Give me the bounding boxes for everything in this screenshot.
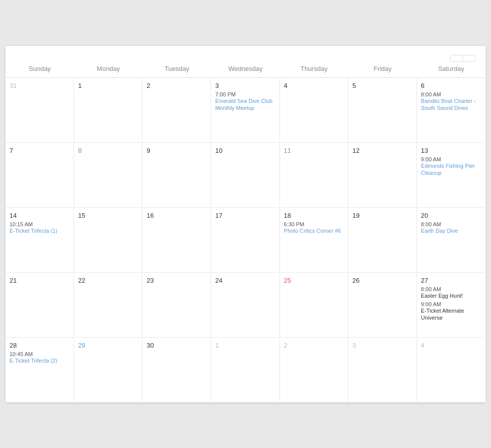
calendar-header bbox=[6, 46, 486, 60]
cell-date: 20 bbox=[421, 212, 482, 219]
event-title: Photo Critics Corner #6 bbox=[284, 227, 344, 234]
calendar-cell[interactable]: 2 bbox=[142, 78, 211, 143]
day-header-saturday: Saturday bbox=[417, 60, 486, 77]
event-time: 9:00 AM bbox=[421, 156, 482, 162]
cell-date: 28 bbox=[10, 342, 70, 349]
calendar-event[interactable]: 8:00 AMEarth Day Dive bbox=[421, 221, 482, 234]
cell-date: 14 bbox=[10, 212, 70, 219]
event-title: E-Ticket Trifecta (1) bbox=[10, 227, 70, 234]
calendar-cell[interactable]: 10 bbox=[211, 143, 280, 208]
calendar-cell[interactable]: 24 bbox=[211, 273, 280, 338]
calendar-cell[interactable]: 9 bbox=[142, 143, 211, 208]
calendar-cell[interactable]: 25 bbox=[280, 273, 348, 338]
calendar-event[interactable]: 10:15 AME-Ticket Trifecta (1) bbox=[10, 221, 70, 234]
calendar-cell[interactable]: 208:00 AMEarth Day Dive bbox=[417, 208, 486, 273]
cell-date: 12 bbox=[352, 147, 412, 154]
calendar-cell[interactable]: 29 bbox=[74, 338, 142, 403]
cell-date: 21 bbox=[10, 277, 70, 284]
event-time: 9:00 AM bbox=[421, 301, 482, 307]
next-month-button[interactable] bbox=[463, 55, 475, 61]
calendar-cell[interactable]: 30 bbox=[142, 338, 211, 403]
calendar-cell[interactable]: 15 bbox=[74, 208, 142, 273]
calendar-cell[interactable]: 5 bbox=[348, 78, 417, 143]
cell-date: 9 bbox=[146, 147, 206, 154]
cell-date: 17 bbox=[215, 212, 275, 219]
cell-date: 6 bbox=[421, 82, 482, 89]
cell-date: 22 bbox=[78, 277, 138, 284]
calendar-event[interactable]: 9:00 AMEdmonds Fishing Pier Cleanup bbox=[421, 156, 482, 177]
calendar-cell[interactable]: 22 bbox=[74, 273, 142, 338]
calendar-event[interactable]: 8:00 AMBandito Boat Charter - South Soun… bbox=[421, 91, 482, 112]
event-time: 8:00 AM bbox=[421, 221, 482, 227]
cell-date: 23 bbox=[146, 277, 206, 284]
event-title: Bandito Boat Charter - South Sound Dives bbox=[421, 97, 482, 112]
calendar-cell[interactable]: 31 bbox=[6, 78, 74, 143]
cell-date: 3 bbox=[352, 342, 412, 349]
day-header-tuesday: Tuesday bbox=[142, 60, 211, 77]
calendar-cell[interactable]: 1 bbox=[211, 338, 280, 403]
cell-date: 2 bbox=[146, 82, 206, 89]
calendar-event[interactable]: 8:00 AMEaster Egg Hunt! bbox=[421, 286, 482, 299]
event-time: 8:00 AM bbox=[421, 91, 482, 97]
calendar-container: SundayMondayTuesdayWednesdayThursdayFrid… bbox=[6, 46, 486, 403]
calendar-cell[interactable]: 37:00 PMEmerald Sea Dive Club Monthly Me… bbox=[211, 78, 280, 143]
event-title: E-Ticket Alternate Universe bbox=[421, 307, 482, 322]
calendar-event[interactable]: 7:00 PMEmerald Sea Dive Club Monthly Mee… bbox=[215, 91, 275, 112]
cell-date: 8 bbox=[78, 147, 138, 154]
calendar-cell[interactable]: 16 bbox=[142, 208, 211, 273]
calendar-cell[interactable]: 23 bbox=[142, 273, 211, 338]
calendar-cell[interactable]: 12 bbox=[348, 143, 417, 208]
calendar-cell[interactable]: 68:00 AMBandito Boat Charter - South Sou… bbox=[417, 78, 486, 143]
calendar-cell[interactable]: 21 bbox=[6, 273, 74, 338]
calendar-cell[interactable]: 3 bbox=[348, 338, 417, 403]
cell-date: 4 bbox=[421, 342, 482, 349]
calendar-cell[interactable]: 2810:45 AME-Ticket Trifecta (2) bbox=[6, 338, 74, 403]
cell-date: 16 bbox=[146, 212, 206, 219]
cell-date: 25 bbox=[284, 277, 344, 284]
calendar-cell[interactable]: 2 bbox=[280, 338, 348, 403]
cell-date: 1 bbox=[78, 82, 138, 89]
calendar-cell[interactable]: 7 bbox=[6, 143, 74, 208]
calendar-event[interactable]: 9:00 AME-Ticket Alternate Universe bbox=[421, 301, 482, 322]
event-time: 10:15 AM bbox=[10, 221, 70, 227]
calendar-cell[interactable]: 186:30 PMPhoto Critics Corner #6 bbox=[280, 208, 348, 273]
cell-date: 1 bbox=[215, 342, 275, 349]
calendar-cell[interactable]: 17 bbox=[211, 208, 280, 273]
cell-date: 30 bbox=[146, 342, 206, 349]
calendar-cell[interactable]: 8 bbox=[74, 143, 142, 208]
calendar-cell[interactable]: 4 bbox=[280, 78, 348, 143]
calendar-cell[interactable]: 278:00 AMEaster Egg Hunt!9:00 AME-Ticket… bbox=[417, 273, 486, 338]
cell-date: 4 bbox=[284, 82, 344, 89]
cell-date: 10 bbox=[215, 147, 275, 154]
event-time: 7:00 PM bbox=[215, 91, 275, 97]
event-time: 10:45 AM bbox=[10, 351, 70, 357]
event-title: Edmonds Fishing Pier Cleanup bbox=[421, 162, 482, 177]
calendar-grid: 311237:00 PMEmerald Sea Dive Club Monthl… bbox=[6, 78, 486, 403]
calendar-event[interactable]: 10:45 AME-Ticket Trifecta (2) bbox=[10, 351, 70, 364]
calendar-cell[interactable]: 1410:15 AME-Ticket Trifecta (1) bbox=[6, 208, 74, 273]
calendar-cell[interactable]: 1 bbox=[74, 78, 142, 143]
cell-date: 31 bbox=[10, 82, 70, 89]
cell-date: 7 bbox=[10, 147, 70, 154]
prev-month-button[interactable] bbox=[450, 55, 463, 61]
cell-date: 19 bbox=[352, 212, 412, 219]
day-header-monday: Monday bbox=[74, 60, 142, 77]
cell-date: 5 bbox=[352, 82, 412, 89]
event-title: E-Ticket Trifecta (2) bbox=[10, 357, 70, 364]
cell-date: 27 bbox=[421, 277, 482, 284]
event-time: 6:30 PM bbox=[284, 221, 344, 227]
calendar-cell[interactable]: 4 bbox=[417, 338, 486, 403]
cell-date: 29 bbox=[78, 342, 138, 349]
event-time: 8:00 AM bbox=[421, 286, 482, 292]
calendar-cell[interactable]: 26 bbox=[348, 273, 417, 338]
day-header-wednesday: Wednesday bbox=[211, 60, 280, 77]
calendar-cell[interactable]: 11 bbox=[280, 143, 348, 208]
calendar-cell[interactable]: 19 bbox=[348, 208, 417, 273]
day-header-friday: Friday bbox=[348, 60, 417, 77]
calendar-event[interactable]: 6:30 PMPhoto Critics Corner #6 bbox=[284, 221, 344, 234]
cell-date: 13 bbox=[421, 147, 482, 154]
calendar-cell[interactable]: 139:00 AMEdmonds Fishing Pier Cleanup bbox=[417, 143, 486, 208]
cell-date: 11 bbox=[284, 147, 344, 154]
day-headers: SundayMondayTuesdayWednesdayThursdayFrid… bbox=[6, 60, 486, 78]
event-title: Easter Egg Hunt! bbox=[421, 292, 482, 299]
